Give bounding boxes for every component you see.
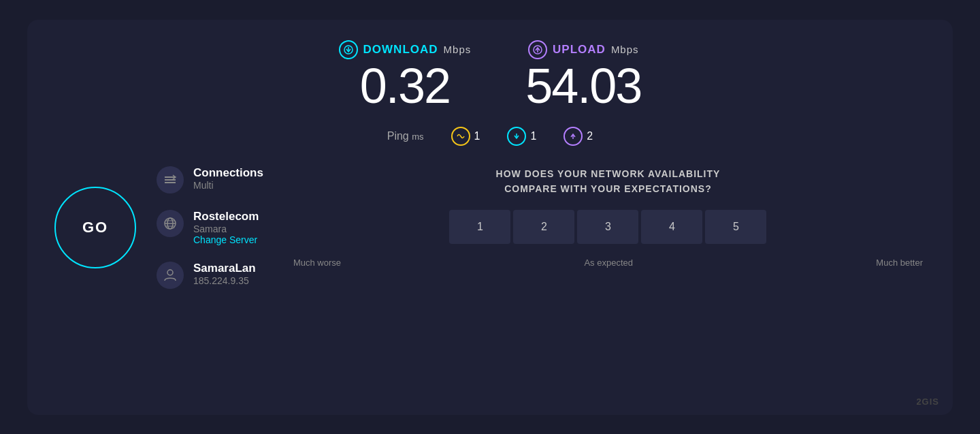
provider-title: Rostelecom (193, 210, 259, 223)
rating-btn-3[interactable]: 3 (577, 210, 638, 244)
connections-sub: Multi (193, 180, 263, 191)
rating-btn-2[interactable]: 2 (513, 210, 574, 244)
download-icon (339, 40, 358, 59)
rating-labels: Much worse As expected Much better (291, 258, 926, 268)
connections-icon (157, 166, 184, 193)
user-text: SamaraLan 185.224.9.35 (193, 262, 256, 286)
rating-label-mid: As expected (584, 258, 633, 268)
rating-label-left: Much worse (293, 258, 341, 268)
watermark: 2GIS (916, 397, 939, 407)
ping-value: 1 (474, 130, 480, 142)
right-panel: HOW DOES YOUR NETWORK AVAILABILITYCOMPAR… (291, 166, 926, 268)
download-unit: Mbps (444, 44, 472, 55)
upload-icon (528, 40, 547, 59)
survey-question: HOW DOES YOUR NETWORK AVAILABILITYCOMPAR… (496, 166, 721, 197)
user-title: SamaraLan (193, 262, 256, 275)
top-stats: DOWNLOAD Mbps 0.32 UPLOAD Mbps 54.03 (339, 40, 642, 113)
left-panel: GO Connections Multi (54, 166, 263, 289)
ping-label: Ping ms (387, 130, 424, 142)
upload-label: UPLOAD Mbps (528, 40, 638, 59)
ping-icon (451, 127, 470, 146)
provider-sub: Samara (193, 223, 259, 234)
upload-count-value: 2 (587, 130, 593, 142)
svg-point-14 (167, 270, 173, 275)
upload-count-icon (564, 127, 583, 146)
go-button[interactable]: GO (54, 187, 136, 268)
download-label: DOWNLOAD Mbps (339, 40, 472, 59)
ping-item: 1 (451, 127, 480, 146)
upload-unit: Mbps (611, 44, 639, 55)
rating-btn-4[interactable]: 4 (641, 210, 702, 244)
rating-btn-1[interactable]: 1 (449, 210, 510, 244)
user-item: SamaraLan 185.224.9.35 (157, 262, 263, 289)
download-count-item: 1 (507, 127, 536, 146)
user-icon (157, 262, 184, 289)
provider-icon (157, 210, 184, 237)
provider-item: Rostelecom Samara Change Server (157, 210, 263, 245)
user-ip: 185.224.9.35 (193, 275, 256, 286)
upload-word: UPLOAD (553, 43, 606, 57)
main-content: GO Connections Multi (54, 166, 926, 289)
rating-btn-5[interactable]: 5 (705, 210, 766, 244)
download-count-icon (507, 127, 526, 146)
download-count-value: 1 (530, 130, 536, 142)
connections-title: Connections (193, 166, 263, 180)
change-server-link[interactable]: Change Server (193, 234, 259, 245)
ping-row: Ping ms 1 1 (387, 127, 593, 146)
rating-row: 1 2 3 4 5 (449, 210, 766, 244)
rating-label-right: Much better (876, 258, 923, 268)
download-block: DOWNLOAD Mbps 0.32 (339, 40, 472, 113)
connections-item: Connections Multi (157, 166, 263, 193)
upload-block: UPLOAD Mbps 54.03 (525, 40, 641, 113)
upload-count-item: 2 (564, 127, 593, 146)
provider-text: Rostelecom Samara Change Server (193, 210, 259, 245)
info-list: Connections Multi (157, 166, 263, 289)
download-value: 0.32 (360, 59, 450, 113)
upload-value: 54.03 (525, 59, 641, 113)
download-word: DOWNLOAD (363, 43, 438, 57)
main-container: DOWNLOAD Mbps 0.32 UPLOAD Mbps 54.03 (27, 20, 953, 415)
connections-text: Connections Multi (193, 166, 263, 191)
